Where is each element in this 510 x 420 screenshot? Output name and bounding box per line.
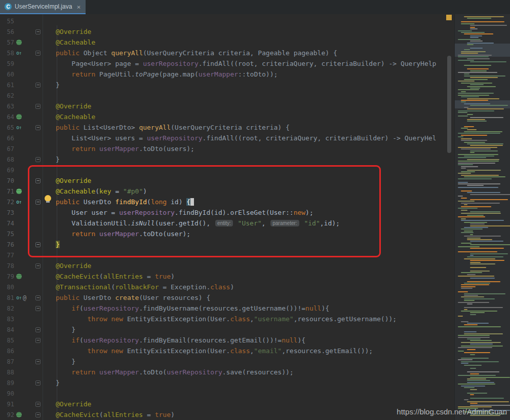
code-line-85[interactable]: 85− if(userRepository.findByEmail(resour… [0, 335, 445, 346]
fold-icon[interactable]: − [35, 295, 41, 300]
code-text[interactable]: public UserDto create(User resources) { [43, 292, 445, 303]
code-line-81[interactable]: 81o↑@−public UserDto create(User resourc… [0, 292, 445, 303]
code-text[interactable]: @Override [43, 260, 445, 271]
code-text[interactable]: @Cacheable [43, 37, 445, 48]
code-text[interactable]: @Cacheable(key = "#p0") [43, 186, 445, 197]
code-text[interactable]: } [43, 239, 445, 250]
code-line-79[interactable]: 79@CacheEvict(allEntries = true) [0, 271, 445, 282]
code-line-80[interactable]: 80@Transactional(rollbackFor = Exception… [0, 282, 445, 292]
code-line-87[interactable]: 87− } [0, 356, 445, 367]
code-line-64[interactable]: 64@Cacheable [0, 111, 445, 122]
code-line-91[interactable]: 91−@Override [0, 399, 445, 409]
fold-icon[interactable]: − [35, 157, 41, 162]
fold-icon[interactable]: − [35, 263, 41, 269]
fold-icon[interactable]: − [35, 200, 41, 205]
code-text[interactable]: } [43, 324, 445, 335]
code-line-62[interactable]: 62 [0, 90, 445, 101]
code-line-59[interactable]: 59 Page<User> page = userRepository.find… [0, 58, 445, 69]
code-line-89[interactable]: 89−} [0, 377, 445, 388]
code-text[interactable]: Page<User> page = userRepository.findAll… [43, 58, 445, 69]
code-line-92[interactable]: 92−@CacheEvict(allEntries = true) [0, 409, 445, 420]
code-line-72[interactable]: 72o↑−public UserDto findById(long id) { [0, 197, 445, 207]
code-line-82[interactable]: 82− if(userRepository.findByUsername(res… [0, 303, 445, 314]
code-line-75[interactable]: 75 return userMapper.toDto(user); [0, 228, 445, 239]
cacheable-gutter-icon[interactable] [16, 114, 22, 120]
cacheable-gutter-icon[interactable] [16, 412, 22, 417]
code-text[interactable]: return PageUtil.toPage(page.map(userMapp… [43, 69, 445, 80]
code-text[interactable]: return userMapper.toDto(userRepository.s… [43, 367, 445, 377]
code-text[interactable]: public UserDto findById(long id) { [43, 197, 445, 207]
code-text[interactable]: } [43, 377, 445, 388]
code-text[interactable]: ValidationUtil.isNull(user.getId(), enti… [43, 218, 445, 228]
fold-icon[interactable]: − [35, 402, 41, 407]
code-line-78[interactable]: 78−@Override [0, 260, 445, 271]
fold-icon[interactable]: − [35, 125, 41, 130]
annotation-gutter-icon[interactable]: @ [23, 294, 26, 301]
code-line-68[interactable]: 68−} [0, 154, 445, 165]
code-line-71[interactable]: 71@Cacheable(key = "#p0") [0, 186, 445, 197]
code-line-58[interactable]: 58o↑−public Object queryAll(UserQueryCri… [0, 48, 445, 58]
code-line-63[interactable]: 63−@Override [0, 101, 445, 111]
fold-icon[interactable]: − [35, 338, 41, 343]
cacheable-gutter-icon[interactable] [16, 188, 22, 194]
code-line-60[interactable]: 60 return PageUtil.toPage(page.map(userM… [0, 69, 445, 80]
code-text[interactable]: @Cacheable [43, 111, 445, 122]
code-text[interactable] [43, 165, 445, 175]
fold-icon[interactable]: − [35, 178, 41, 183]
code-text[interactable]: if(userRepository.findByUsername(resourc… [43, 303, 445, 314]
intention-bulb-icon[interactable] [45, 195, 51, 202]
code-line-69[interactable]: 69 [0, 165, 445, 175]
code-text[interactable]: @CacheEvict(allEntries = true) [43, 271, 445, 282]
code-line-84[interactable]: 84− } [0, 324, 445, 335]
code-text[interactable]: public Object queryAll(UserQueryCriteria… [43, 48, 445, 58]
fold-icon[interactable]: − [35, 306, 41, 311]
code-text[interactable]: @Override [43, 26, 445, 37]
override-method-icon[interactable]: o↑ [16, 125, 21, 130]
code-line-86[interactable]: 86 throw new EntityExistException(User.c… [0, 346, 445, 356]
code-text[interactable]: } [43, 356, 445, 367]
code-line-73[interactable]: 73 User user = userRepository.findById(i… [0, 207, 445, 218]
fold-icon[interactable]: − [35, 83, 41, 88]
code-text[interactable]: throw new EntityExistException(User.clas… [43, 346, 445, 356]
cacheable-gutter-icon[interactable] [16, 40, 22, 45]
inspection-indicator-icon[interactable] [446, 15, 452, 20]
code-line-88[interactable]: 88 return userMapper.toDto(userRepositor… [0, 367, 445, 377]
editor-scrollbar[interactable] [445, 14, 454, 420]
code-line-55[interactable]: 55 [0, 16, 445, 26]
code-text[interactable] [43, 90, 445, 101]
fold-icon[interactable]: − [35, 412, 41, 417]
code-text[interactable]: public List<UserDto> queryAll(UserQueryC… [43, 122, 445, 133]
code-line-67[interactable]: 67 return userMapper.toDto(users); [0, 143, 445, 154]
code-text[interactable] [43, 388, 445, 399]
tab-close-icon[interactable]: × [76, 4, 81, 10]
code-line-57[interactable]: 57@Cacheable [0, 37, 445, 48]
code-text[interactable]: @Override [43, 175, 445, 186]
fold-icon[interactable]: − [35, 104, 41, 109]
cacheable-gutter-icon[interactable] [16, 274, 22, 279]
code-text[interactable]: return userMapper.toDto(users); [43, 143, 445, 154]
code-text[interactable]: List<User> users = userRepository.findAl… [43, 133, 445, 143]
tab-userserviceimpl[interactable]: C UserServiceImpl.java × [0, 0, 86, 14]
code-text[interactable] [43, 16, 445, 26]
fold-icon[interactable]: − [35, 380, 41, 386]
code-line-65[interactable]: 65o↑−public List<UserDto> queryAll(UserQ… [0, 122, 445, 133]
fold-icon[interactable]: − [35, 242, 41, 247]
code-line-74[interactable]: 74 ValidationUtil.isNull(user.getId(), e… [0, 218, 445, 228]
code-line-56[interactable]: 56−@Override [0, 26, 445, 37]
code-text[interactable]: User user = userRepository.findById(id).… [43, 207, 445, 218]
code-line-76[interactable]: 76−} [0, 239, 445, 250]
override-method-icon[interactable]: o↑ [16, 50, 21, 56]
code-text[interactable]: @Transactional(rollbackFor = Exception.c… [43, 282, 445, 292]
code-text[interactable]: return userMapper.toDto(user); [43, 228, 445, 239]
code-line-83[interactable]: 83 throw new EntityExistException(User.c… [0, 314, 445, 324]
code-text[interactable] [43, 250, 445, 260]
code-text[interactable]: } [43, 154, 445, 165]
code-text[interactable]: if(userRepository.findByEmail(resources.… [43, 335, 445, 346]
code-text[interactable]: @Override [43, 101, 445, 111]
code-line-61[interactable]: 61−} [0, 80, 445, 90]
code-editor[interactable]: 5556−@Override57@Cacheable58o↑−public Ob… [0, 14, 445, 420]
code-text[interactable]: @CacheEvict(allEntries = true) [43, 409, 445, 420]
code-text[interactable]: @Override [43, 399, 445, 409]
override-method-icon[interactable]: o↑ [16, 199, 21, 205]
code-text[interactable]: throw new EntityExistException(User.clas… [43, 314, 445, 324]
